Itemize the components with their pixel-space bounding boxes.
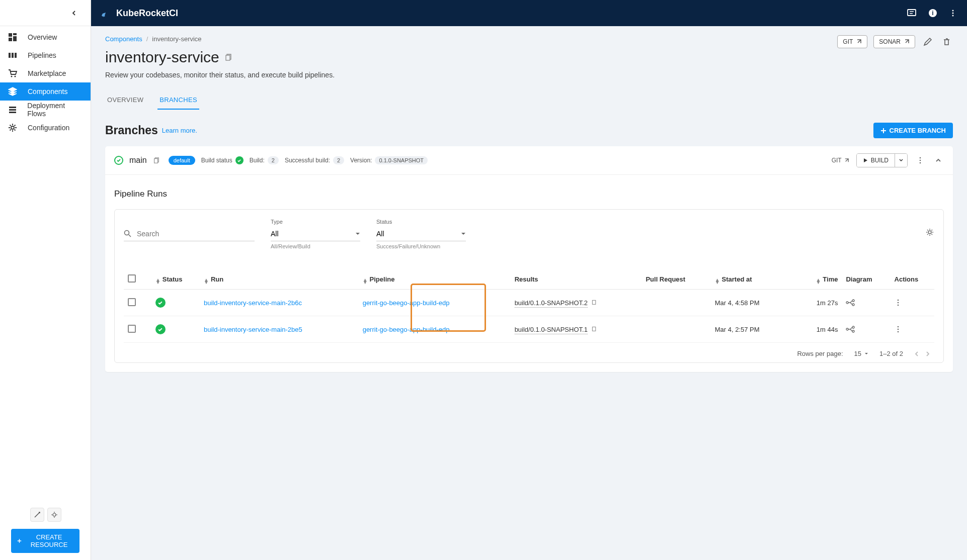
- svg-rect-9: [9, 107, 16, 108]
- table-row: build-inventory-service-main-2b6c gerrit…: [124, 290, 934, 316]
- copy-result-icon[interactable]: [591, 299, 597, 307]
- tool-icon-2[interactable]: [47, 508, 61, 522]
- brand[interactable]: KubeRocketCI: [101, 8, 178, 19]
- more-vert-icon: [917, 157, 924, 164]
- pipeline-link[interactable]: gerrit-go-beego-app-build-edp: [363, 326, 450, 333]
- chevron-down-icon: [355, 231, 360, 236]
- more-icon[interactable]: [949, 9, 957, 17]
- diagram-button[interactable]: [846, 326, 886, 333]
- nav-deployment-flows[interactable]: Deployment Flows: [0, 101, 91, 119]
- svg-text:i: i: [932, 10, 933, 17]
- nav-overview[interactable]: Overview: [0, 28, 91, 46]
- run-link[interactable]: build-inventory-service-main-2be5: [204, 326, 302, 333]
- sonar-label: SONAR: [879, 38, 901, 45]
- nav-marketplace[interactable]: Marketplace: [0, 64, 91, 82]
- edit-button[interactable]: [921, 35, 934, 48]
- git-label: GIT: [843, 38, 853, 45]
- started-at: Mar 4, 2:57 PM: [711, 316, 794, 343]
- nav-configuration[interactable]: Configuration: [0, 119, 91, 137]
- git-button[interactable]: GIT: [837, 35, 867, 48]
- external-link-icon: [904, 39, 910, 45]
- branch-name: main: [129, 156, 147, 165]
- nav-label: Components: [28, 87, 67, 96]
- build-count: Build: 2: [250, 156, 279, 164]
- prev-page[interactable]: [914, 351, 919, 356]
- svg-point-19: [952, 15, 954, 17]
- svg-rect-34: [593, 327, 596, 331]
- version: Version: 0.1.0-SNAPSHOT: [350, 156, 428, 164]
- tool-icon-1[interactable]: [30, 508, 44, 522]
- build-dropdown[interactable]: [895, 154, 907, 167]
- col-time[interactable]: Time: [823, 275, 838, 283]
- copy-icon[interactable]: [224, 54, 232, 61]
- sidebar-collapse-button[interactable]: [0, 0, 91, 26]
- layers-icon: [7, 87, 18, 96]
- status-select[interactable]: All: [376, 228, 466, 241]
- sonar-button[interactable]: SONAR: [873, 35, 915, 48]
- info-icon[interactable]: i: [928, 8, 938, 18]
- col-diagram: Diagram: [846, 275, 872, 283]
- svg-point-18: [952, 13, 954, 14]
- create-branch-button[interactable]: CREATE BRANCH: [873, 123, 953, 138]
- type-label: Type: [271, 219, 360, 225]
- branch-more-button[interactable]: [915, 155, 926, 166]
- col-status[interactable]: Status: [163, 275, 183, 283]
- svg-rect-4: [9, 53, 11, 58]
- started-at: Mar 4, 4:58 PM: [711, 290, 794, 316]
- chevron-down-icon: [461, 231, 466, 236]
- learn-more-link[interactable]: Learn more.: [162, 127, 197, 134]
- branch-status-icon: [114, 156, 123, 165]
- breadcrumb-sep: /: [146, 35, 148, 43]
- sidebar: Overview Pipelines Marketplace Component…: [0, 0, 91, 560]
- create-resource-button[interactable]: CREATE RESOURCE: [11, 529, 79, 553]
- svg-point-33: [897, 305, 899, 306]
- search-field[interactable]: [124, 227, 255, 241]
- copy-result-icon[interactable]: [591, 326, 597, 333]
- external-link-icon: [844, 158, 849, 163]
- tab-overview[interactable]: OVERVIEW: [105, 92, 145, 110]
- chevron-up-icon: [935, 157, 942, 164]
- chat-icon[interactable]: [907, 8, 917, 18]
- plus-icon: [880, 128, 887, 134]
- col-run[interactable]: Run: [211, 275, 223, 283]
- branch-git-link[interactable]: GIT: [832, 157, 849, 164]
- svg-point-25: [125, 231, 129, 235]
- type-select[interactable]: All: [271, 228, 360, 241]
- tab-branches[interactable]: BRANCHES: [157, 92, 199, 110]
- check-icon: [235, 156, 244, 164]
- pencil-icon: [923, 37, 932, 46]
- col-actions: Actions: [895, 275, 919, 283]
- external-link-icon: [856, 39, 862, 45]
- flow-icon: [7, 105, 18, 114]
- build-button[interactable]: BUILD: [857, 154, 895, 167]
- tabs: OVERVIEW BRANCHES: [105, 92, 953, 110]
- svg-rect-1: [13, 33, 17, 35]
- svg-point-7: [11, 76, 13, 77]
- diagram-button[interactable]: [846, 299, 886, 306]
- pipeline-link[interactable]: gerrit-go-beego-app-build-edp: [363, 299, 450, 307]
- copy-branch-icon[interactable]: [153, 157, 159, 164]
- col-pipeline[interactable]: Pipeline: [370, 275, 395, 283]
- nav-components[interactable]: Components: [0, 82, 91, 101]
- next-page[interactable]: [925, 351, 930, 356]
- row-checkbox[interactable]: [128, 325, 136, 333]
- select-all-checkbox[interactable]: [128, 274, 136, 283]
- row-checkbox[interactable]: [128, 298, 136, 306]
- row-more-button[interactable]: [895, 299, 930, 306]
- svg-point-32: [897, 302, 899, 304]
- row-more-button[interactable]: [895, 326, 930, 333]
- svg-point-29: [852, 300, 854, 302]
- delete-button[interactable]: [940, 36, 953, 48]
- breadcrumb-root[interactable]: Components: [105, 35, 142, 43]
- col-started[interactable]: Started at: [722, 275, 752, 283]
- branch-collapse-button[interactable]: [933, 155, 944, 166]
- rows-per-page-select[interactable]: 15: [854, 350, 868, 357]
- svg-point-30: [852, 304, 854, 306]
- trash-icon: [942, 38, 951, 46]
- search-icon: [124, 230, 132, 238]
- nav-pipelines[interactable]: Pipelines: [0, 46, 91, 64]
- chevron-down-icon: [864, 352, 868, 356]
- search-input[interactable]: [137, 230, 255, 238]
- run-link[interactable]: build-inventory-service-main-2b6c: [204, 299, 302, 307]
- table-settings-icon[interactable]: [925, 228, 934, 237]
